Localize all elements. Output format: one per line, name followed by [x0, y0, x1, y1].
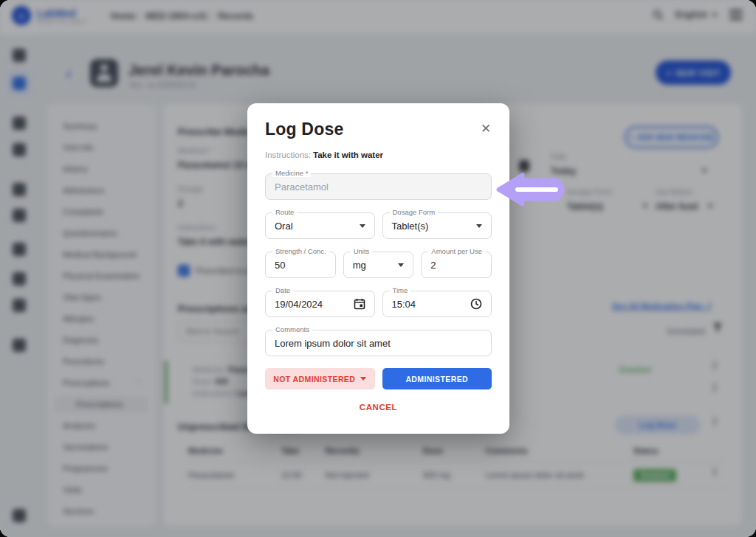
- time-field[interactable]: Time: [382, 291, 492, 317]
- administered-button[interactable]: ADMINISTERED: [382, 368, 492, 389]
- strength-input[interactable]: [275, 260, 326, 271]
- comments-field[interactable]: Comments: [265, 330, 492, 356]
- date-field[interactable]: Date: [265, 291, 375, 317]
- time-input[interactable]: [392, 299, 471, 310]
- app-window: + LabMed Medical Care System HomeMED-190…: [0, 0, 756, 537]
- strength-field[interactable]: Strength / Conc.: [265, 252, 336, 278]
- amount-input[interactable]: [430, 260, 482, 271]
- medicine-input[interactable]: [275, 181, 482, 193]
- calendar-icon[interactable]: [354, 298, 365, 310]
- chevron-down-icon: [360, 224, 365, 228]
- chevron-down-icon: [398, 263, 404, 267]
- modal-instructions: Instructions:Take it with water: [265, 150, 492, 159]
- route-select[interactable]: Route Oral: [265, 212, 375, 239]
- cancel-button[interactable]: CANCEL: [355, 402, 402, 412]
- comments-input[interactable]: [275, 338, 482, 349]
- medicine-field[interactable]: Medicine *: [265, 173, 492, 200]
- dosage-form-select[interactable]: Dosage Form Tablet(s): [382, 212, 492, 239]
- not-administered-button[interactable]: NOT ADMINISTERED: [265, 368, 375, 389]
- clock-icon[interactable]: [470, 298, 482, 310]
- chevron-down-icon: [476, 224, 482, 228]
- modal-title: Log Dose: [265, 119, 492, 139]
- units-select[interactable]: Units mg: [343, 252, 414, 278]
- close-icon[interactable]: ✕: [477, 119, 495, 137]
- log-dose-modal: Log Dose ✕ Instructions:Take it with wat…: [247, 103, 509, 434]
- date-input[interactable]: [275, 299, 354, 310]
- chevron-down-icon: [360, 377, 366, 381]
- annotation-arrow-icon: [495, 170, 573, 209]
- amount-per-use-field[interactable]: Amount per Use: [421, 252, 492, 278]
